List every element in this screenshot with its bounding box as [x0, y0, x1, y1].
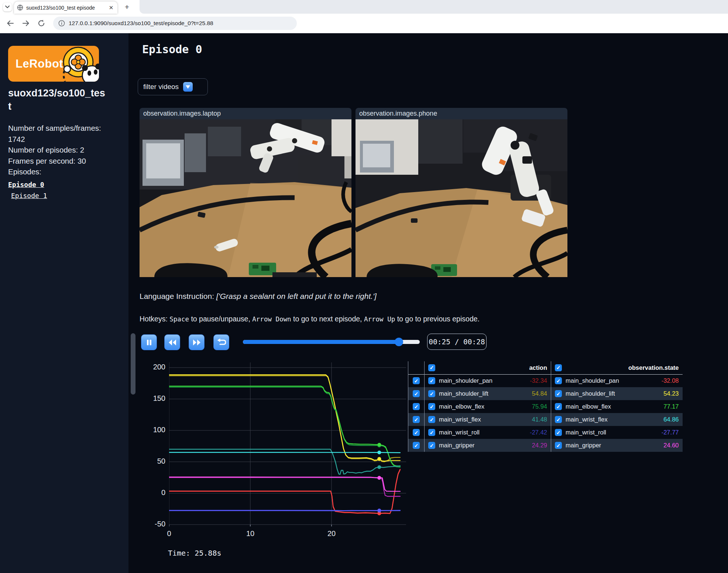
hotkey-key: Space	[169, 316, 189, 323]
browser-toolbar: 127.0.0.1:9090/suoxd123/so100_test/episo…	[0, 14, 728, 33]
joint-name: main_shoulder_lift	[566, 390, 615, 397]
vertical-scrollbar[interactable]	[131, 333, 135, 395]
joint-name: main_shoulder_lift	[439, 390, 488, 397]
row-checkbox-cell: ✓	[408, 400, 425, 413]
action-series-checkbox[interactable]: ✓	[428, 416, 435, 423]
video-frame-phone[interactable]	[356, 119, 567, 277]
video-panel-laptop: observation.images.laptop	[140, 108, 351, 277]
state-series-checkbox[interactable]: ✓	[555, 377, 562, 384]
browser-chrome: suoxd123/so100_test episode ✕ +	[0, 0, 728, 33]
forward-button[interactable]	[21, 18, 31, 28]
rewind-button[interactable]	[164, 334, 180, 350]
action-cell: ✓main_gripper24.29	[425, 439, 551, 452]
y-tick-label: 200	[142, 363, 165, 371]
page-title: Episode 0	[142, 43, 202, 56]
state-cell: ✓main_shoulder_lift54.23	[551, 387, 683, 400]
joint-value-state: -27.77	[662, 429, 679, 436]
joint-value-state: 24.60	[663, 442, 679, 449]
row-checkbox[interactable]: ✓	[413, 377, 420, 384]
joint-name: main_elbow_flex	[566, 403, 611, 410]
slider-thumb[interactable]	[395, 338, 403, 346]
joint-name: main_gripper	[566, 442, 601, 449]
lerobot-visualizer-page: LeRobot suoxd12	[0, 33, 728, 573]
loop-button[interactable]	[213, 334, 229, 350]
header-action-cell: ✓action	[425, 361, 551, 374]
video-panel-phone: observation.images.phone	[356, 108, 567, 277]
row-checkbox[interactable]: ✓	[413, 416, 420, 423]
browser-tab[interactable]: suoxd123/so100_test episode ✕	[14, 1, 117, 14]
video-label-laptop: observation.images.laptop	[140, 108, 351, 119]
tab-search-button[interactable]	[3, 3, 12, 11]
sidebar-item-episode-1[interactable]: Episode 1	[11, 192, 120, 199]
row-checkbox[interactable]: ✓	[413, 429, 420, 436]
state-column-checkbox[interactable]: ✓	[555, 364, 562, 371]
sidebar-stat: Frames per second: 30	[8, 156, 109, 167]
action-cell: ✓main_shoulder_lift54.84	[425, 387, 551, 400]
video-frame-laptop[interactable]	[140, 119, 351, 277]
table-header-row: ✓action✓observation.state	[408, 361, 683, 374]
sidebar-item-episode-0[interactable]: Episode 0	[8, 181, 120, 188]
sidebar-stat: Number of samples/frames: 1742	[8, 123, 109, 144]
fast-forward-button[interactable]	[189, 334, 205, 350]
row-checkbox-cell: ✓	[408, 374, 425, 387]
series-state-main_elbow_flex	[169, 386, 400, 466]
new-tab-button[interactable]: +	[123, 3, 131, 11]
episodes-list: Episode 0Episode 1	[8, 181, 120, 199]
action-column-checkbox[interactable]: ✓	[428, 364, 435, 371]
joint-name: main_gripper	[439, 442, 474, 449]
table-row: ✓✓main_shoulder_lift54.84✓main_shoulder_…	[408, 387, 683, 400]
row-checkbox[interactable]: ✓	[413, 390, 420, 397]
fast-forward-icon	[192, 339, 201, 346]
action-series-checkbox[interactable]: ✓	[428, 429, 435, 436]
action-series-checkbox[interactable]: ✓	[428, 403, 435, 410]
joint-name: main_wrist_roll	[566, 429, 606, 436]
pause-button[interactable]	[141, 334, 157, 350]
browser-window: suoxd123/so100_test episode ✕ +	[0, 0, 728, 573]
info-icon	[58, 20, 65, 27]
series-state-main_gripper	[169, 477, 400, 491]
series-state-main_shoulder_pan	[169, 469, 400, 513]
state-series-checkbox[interactable]: ✓	[555, 416, 562, 423]
joints-table: ✓action✓observation.state✓✓main_shoulder…	[408, 361, 683, 452]
row-checkbox[interactable]: ✓	[413, 442, 420, 449]
tab-close-button[interactable]: ✕	[108, 4, 114, 11]
action-series-checkbox[interactable]: ✓	[428, 390, 435, 397]
state-cell: ✓main_wrist_roll-27.77	[551, 426, 683, 439]
chart	[169, 360, 406, 526]
dataset-stats: Number of samples/frames: 1742Number of …	[8, 123, 109, 166]
address-bar[interactable]: 127.0.0.1:9090/suoxd123/so100_test/episo…	[53, 17, 297, 30]
filter-videos-label: filter videos	[143, 83, 179, 91]
url-text: 127.0.0.1:9090/suoxd123/so100_test/episo…	[69, 20, 213, 27]
row-checkbox-cell: ✓	[408, 426, 425, 439]
joint-name: main_shoulder_pan	[566, 377, 619, 384]
reload-icon	[37, 19, 46, 28]
state-series-checkbox[interactable]: ✓	[555, 403, 562, 410]
state-cell: ✓main_elbow_flex77.17	[551, 400, 683, 413]
action-series-checkbox[interactable]: ✓	[428, 442, 435, 449]
joint-value-action: 54.84	[532, 390, 547, 397]
table-row: ✓✓main_elbow_flex75.94✓main_elbow_flex77…	[408, 400, 683, 413]
back-arrow-icon	[6, 19, 15, 28]
globe-favicon-icon	[17, 4, 23, 11]
state-series-checkbox[interactable]: ✓	[555, 429, 562, 436]
row-checkbox[interactable]: ✓	[413, 403, 420, 410]
reload-button[interactable]	[36, 18, 47, 28]
language-instruction-text: ['Grasp a sealant on left and put it to …	[216, 292, 377, 300]
hotkeys-help: Hotkeys: Space to pause/unpause, Arrow D…	[140, 315, 480, 323]
action-series-checkbox[interactable]: ✓	[428, 377, 435, 384]
state-series-checkbox[interactable]: ✓	[555, 442, 562, 449]
action-cell: ✓main_elbow_flex75.94	[425, 400, 551, 413]
playback-slider[interactable]	[243, 340, 420, 344]
filter-videos-dropdown[interactable]: filter videos	[138, 78, 208, 95]
series-action-main_gripper	[169, 478, 400, 497]
joint-value-action: 24.29	[532, 442, 547, 449]
joint-value-action: 41.48	[532, 416, 547, 423]
sidebar-stat: Number of episodes: 2	[8, 144, 109, 156]
lerobot-logo: LeRobot	[8, 46, 99, 82]
state-series-checkbox[interactable]: ✓	[555, 390, 562, 397]
back-button[interactable]	[5, 18, 16, 28]
joint-name: main_wrist_roll	[439, 429, 480, 436]
row-checkbox-cell: ✓	[408, 413, 425, 426]
current-dot-state-main_wrist_roll	[377, 509, 381, 512]
tab-strip-empty	[140, 0, 728, 14]
